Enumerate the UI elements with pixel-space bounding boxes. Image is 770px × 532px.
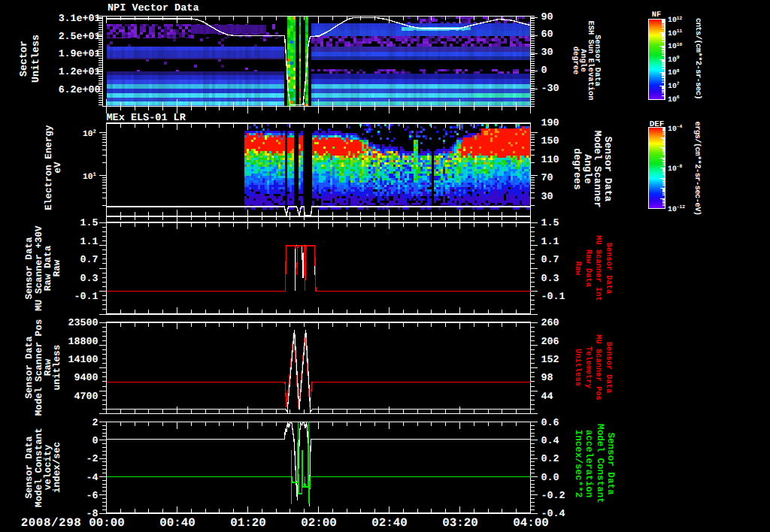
svg-text:2: 2 bbox=[92, 417, 99, 428]
svg-text:Unitless: Unitless bbox=[30, 35, 41, 83]
svg-text:01:20: 01:20 bbox=[230, 516, 265, 530]
svg-text:index/sec: index/sec bbox=[52, 442, 62, 493]
svg-text:Sector: Sector bbox=[18, 41, 29, 77]
svg-text:152: 152 bbox=[541, 354, 559, 365]
svg-text:MU Scanner Pos: MU Scanner Pos bbox=[593, 334, 602, 400]
svg-text:14100: 14100 bbox=[68, 354, 99, 365]
svg-text:0.2: 0.2 bbox=[541, 453, 559, 464]
svg-text:0.4: 0.4 bbox=[541, 435, 559, 446]
svg-text:ergs/(cm**2-sr-sec-eV): ergs/(cm**2-sr-sec-eV) bbox=[693, 121, 702, 215]
svg-text:unitless: unitless bbox=[52, 345, 62, 390]
svg-text:0: 0 bbox=[541, 65, 547, 76]
svg-text:02:40: 02:40 bbox=[371, 516, 407, 530]
svg-text:60: 60 bbox=[541, 29, 553, 40]
svg-text:4700: 4700 bbox=[74, 391, 99, 402]
svg-text:Unitless: Unitless bbox=[573, 349, 582, 386]
svg-text:-6: -6 bbox=[86, 490, 99, 501]
svg-text:190: 190 bbox=[541, 117, 559, 128]
svg-text:90: 90 bbox=[541, 11, 553, 23]
svg-text:degree: degree bbox=[571, 47, 580, 74]
svg-text:3.1e+01: 3.1e+01 bbox=[59, 13, 101, 24]
svg-text:00:00: 00:00 bbox=[89, 516, 124, 530]
svg-text:DEF: DEF bbox=[650, 120, 664, 129]
svg-text:0.0: 0.0 bbox=[541, 472, 559, 483]
svg-text:-0.1: -0.1 bbox=[74, 291, 99, 302]
svg-text:acceleration: acceleration bbox=[584, 430, 594, 498]
svg-text:Raw: Raw bbox=[52, 259, 62, 277]
svg-text:Sensor Data: Sensor Data bbox=[605, 432, 616, 495]
svg-text:Raw: Raw bbox=[573, 261, 582, 276]
svg-text:150: 150 bbox=[541, 135, 559, 147]
svg-text:18800: 18800 bbox=[68, 336, 99, 347]
svg-text:Incex/sec**2: Incex/sec**2 bbox=[573, 430, 584, 498]
svg-text:03:20: 03:20 bbox=[442, 516, 477, 530]
svg-text:-30: -30 bbox=[541, 83, 559, 94]
svg-text:0: 0 bbox=[92, 435, 99, 446]
svg-text:Telemetry: Telemetry bbox=[584, 346, 593, 389]
svg-text:Model Constant: Model Constant bbox=[595, 424, 605, 503]
svg-text:0.6: 0.6 bbox=[541, 417, 559, 428]
svg-text:cnts/(cm**2-sr-sec): cnts/(cm**2-sr-sec) bbox=[693, 18, 702, 99]
svg-text:98: 98 bbox=[541, 372, 553, 383]
svg-text:0.3: 0.3 bbox=[80, 273, 99, 284]
svg-text:Sensor Data: Sensor Data bbox=[604, 243, 613, 295]
svg-text:1.2e+01: 1.2e+01 bbox=[59, 66, 101, 77]
svg-text:30: 30 bbox=[541, 191, 553, 202]
svg-text:110: 110 bbox=[541, 154, 559, 165]
svg-text:MU Scanner Int: MU Scanner Int bbox=[593, 235, 602, 301]
svg-text:02:00: 02:00 bbox=[301, 516, 336, 530]
svg-text:1.9e+01: 1.9e+01 bbox=[59, 48, 101, 59]
svg-text:23500: 23500 bbox=[68, 317, 99, 328]
svg-text:70: 70 bbox=[541, 172, 553, 183]
svg-text:-0.1: -0.1 bbox=[541, 291, 565, 302]
svg-text:260: 260 bbox=[541, 317, 559, 328]
svg-text:-4: -4 bbox=[86, 472, 99, 483]
svg-text:MEx ELS-01 LR: MEx ELS-01 LR bbox=[107, 113, 186, 124]
svg-text:0.3: 0.3 bbox=[541, 273, 559, 284]
svg-text:Sensor Data: Sensor Data bbox=[604, 342, 613, 394]
svg-text:6.2e+00: 6.2e+00 bbox=[59, 84, 101, 95]
svg-text:eV: eV bbox=[53, 162, 63, 174]
svg-text:0.7: 0.7 bbox=[541, 254, 559, 265]
svg-text:2.5e+01: 2.5e+01 bbox=[59, 31, 101, 42]
svg-text:2008/298: 2008/298 bbox=[21, 516, 82, 530]
svg-text:44: 44 bbox=[541, 391, 553, 402]
svg-text:1.5: 1.5 bbox=[541, 217, 559, 228]
svg-text:1.1: 1.1 bbox=[541, 236, 559, 247]
svg-text:degrees: degrees bbox=[571, 148, 583, 189]
svg-text:1.5: 1.5 bbox=[80, 217, 99, 228]
svg-text:9400: 9400 bbox=[74, 372, 99, 383]
svg-text:Raw Data: Raw Data bbox=[584, 249, 593, 287]
svg-text:206: 206 bbox=[541, 336, 559, 347]
svg-text:1.1: 1.1 bbox=[80, 236, 99, 247]
svg-text:00:40: 00:40 bbox=[159, 516, 195, 530]
svg-text:-2: -2 bbox=[86, 453, 99, 464]
svg-text:-0.2: -0.2 bbox=[541, 490, 565, 501]
svg-text:NF: NF bbox=[652, 11, 661, 20]
svg-text:NPI Vector Data: NPI Vector Data bbox=[108, 3, 199, 14]
svg-text:04:00: 04:00 bbox=[513, 516, 548, 530]
svg-text:30: 30 bbox=[541, 47, 553, 58]
svg-text:0.7: 0.7 bbox=[80, 254, 99, 265]
